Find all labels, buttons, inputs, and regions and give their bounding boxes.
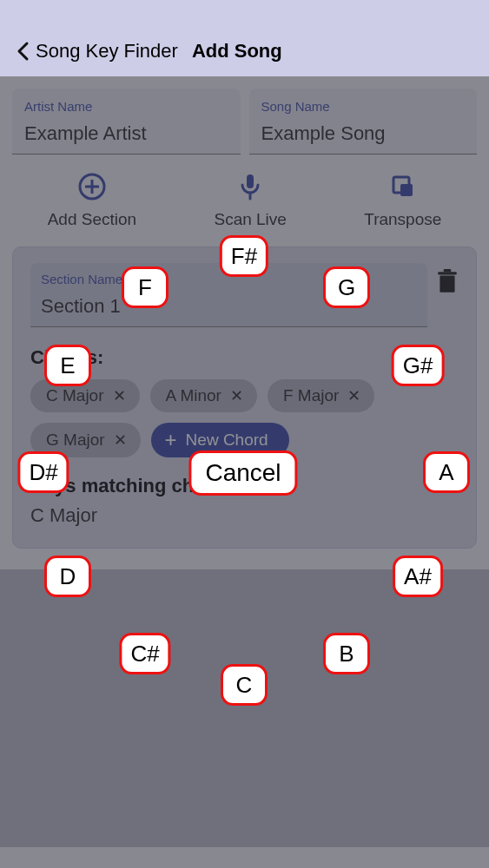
note-button-d-sharp[interactable]: D# xyxy=(17,451,69,493)
page-title: Add Song xyxy=(192,40,282,62)
note-button-d[interactable]: D xyxy=(44,556,91,597)
header-bar: Song Key Finder Add Song xyxy=(0,0,489,76)
note-button-c[interactable]: C xyxy=(221,664,268,706)
back-chevron-icon[interactable] xyxy=(13,41,34,62)
note-button-c-sharp[interactable]: C# xyxy=(119,633,170,674)
note-button-f-sharp[interactable]: F# xyxy=(220,235,268,277)
cancel-button[interactable]: Cancel xyxy=(188,450,297,496)
note-button-b[interactable]: B xyxy=(323,633,370,674)
note-button-f[interactable]: F xyxy=(122,266,169,308)
back-button-label[interactable]: Song Key Finder xyxy=(36,40,178,62)
note-button-a[interactable]: A xyxy=(423,451,470,493)
note-button-a-sharp[interactable]: A# xyxy=(393,556,443,597)
note-button-g-sharp[interactable]: G# xyxy=(392,345,445,386)
note-button-e[interactable]: E xyxy=(44,345,91,386)
note-button-g[interactable]: G xyxy=(323,266,370,308)
